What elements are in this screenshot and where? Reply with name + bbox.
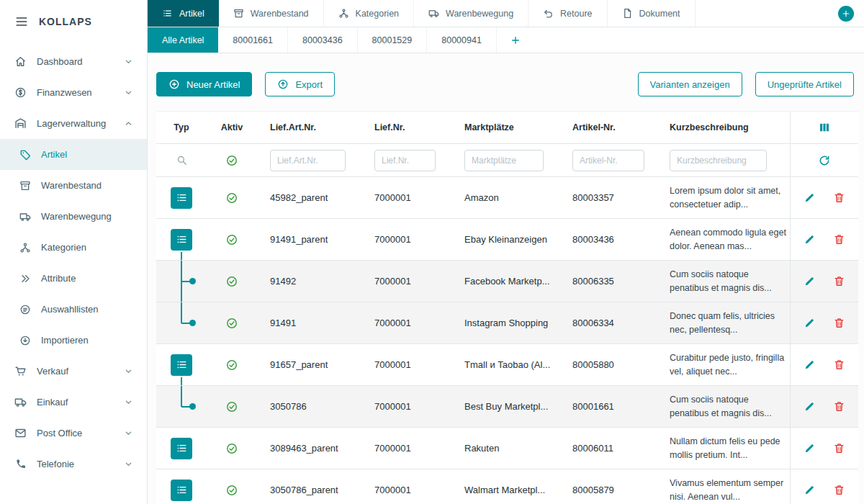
lief-art-nr-cell: 45982_parent <box>257 192 361 203</box>
delete-article-button[interactable] <box>833 275 845 287</box>
tab-dokument[interactable]: Dokument <box>608 0 696 27</box>
delete-article-button[interactable] <box>833 359 845 371</box>
type-cell <box>156 469 207 504</box>
plus-circle-icon <box>168 78 180 90</box>
edit-article-button[interactable] <box>804 233 816 246</box>
chevron-down-icon <box>123 397 134 408</box>
delete-article-button[interactable] <box>833 442 845 454</box>
table-head: TypAktivLief.Art.Nr.Lief.Nr.MarktplätzeA… <box>156 111 858 144</box>
sidebar-subitem-warenbestand[interactable]: Warenbestand <box>0 170 147 201</box>
chevron-down-icon <box>123 428 134 438</box>
actions-cell <box>790 177 858 218</box>
article-tab-80001661[interactable]: 80001661 <box>218 27 288 53</box>
article-tab-80000941[interactable]: 80000941 <box>427 27 497 53</box>
filter-lief-nr-cell <box>361 150 451 171</box>
article-type-button[interactable] <box>171 229 192 251</box>
filter-lief-art-nr-input[interactable] <box>270 150 346 171</box>
add-article-tab-button[interactable] <box>497 27 534 53</box>
article-type-button[interactable] <box>171 438 192 459</box>
menu-icon[interactable] <box>14 14 29 29</box>
refresh-icon[interactable] <box>818 154 831 167</box>
sidebar-item-lagerverwaltung[interactable]: Lagerverwaltung <box>0 108 147 139</box>
tab-warenbestand[interactable]: Warenbestand <box>219 0 324 27</box>
export-icon <box>277 78 289 90</box>
column-header-lief-nr: Lief.Nr. <box>361 122 451 132</box>
edit-article-button[interactable] <box>804 484 816 496</box>
delete-article-button[interactable] <box>833 484 845 496</box>
lief-art-nr-cell: 3050786 <box>257 401 361 412</box>
sidebar-subitem-warenbewegung[interactable]: Warenbewegung <box>0 201 147 232</box>
active-cell <box>207 386 257 427</box>
filter-marktplaetze-input[interactable] <box>464 150 544 171</box>
article-row: 91491_parent7000001Ebay Kleinanzeigen800… <box>156 219 858 261</box>
article-row: 45982_parent7000001Amazon80003357Lorem i… <box>156 177 858 219</box>
article-tab-alle-artikel[interactable]: Alle Artikel <box>148 27 218 53</box>
tab-artikel[interactable]: Artikel <box>148 0 219 27</box>
article-type-button[interactable] <box>171 480 192 501</box>
columns-icon[interactable] <box>818 121 831 134</box>
categories-icon <box>19 242 31 253</box>
article-tab-80001529[interactable]: 80001529 <box>358 27 428 53</box>
export-button[interactable]: Export <box>265 72 335 96</box>
unchecked-articles-button[interactable]: Ungeprüfte Artikel <box>755 72 854 96</box>
archive-icon <box>19 180 31 192</box>
article-type-button[interactable] <box>171 354 192 376</box>
sidebar-subitem-kategorien[interactable]: Kategorien <box>0 232 147 263</box>
sidebar-item-label: Lagerverwaltung <box>37 118 113 129</box>
article-tab-80003436[interactable]: 80003436 <box>288 27 358 53</box>
sidebar-subitem-auswahllisten[interactable]: Auswahllisten <box>0 294 147 325</box>
edit-article-button[interactable] <box>804 192 816 204</box>
filter-artikel-nr-input[interactable] <box>572 150 644 171</box>
active-status-icon <box>225 359 238 372</box>
chevron-up-icon <box>123 118 134 129</box>
edit-article-button[interactable] <box>804 317 816 329</box>
marktplaetze-cell: Amazon <box>451 192 559 203</box>
kurzbeschreibung-cell: Cum sociis natoque penatibus et magnis d… <box>657 268 790 294</box>
lief-nr-cell: 7000001 <box>361 401 451 412</box>
kurzbeschreibung-text: Curabitur pede justo, fringilla vel, ali… <box>670 351 790 377</box>
artikel-nr-cell: 80006011 <box>559 443 657 454</box>
attributes-icon <box>19 273 31 284</box>
tree-connector <box>181 377 182 386</box>
sidebar-item-einkauf[interactable]: Einkauf <box>0 387 147 418</box>
active-cell <box>207 177 257 218</box>
active-status-icon <box>225 400 238 413</box>
sidebar-item-post-office[interactable]: Post Office <box>0 418 147 449</box>
edit-article-button[interactable] <box>804 359 816 371</box>
marktplaetze-cell: Rakuten <box>451 443 559 454</box>
subtab-label: 80000941 <box>441 35 482 45</box>
filter-kurzbeschreibung-input[interactable] <box>670 150 767 171</box>
artikel-nr-cell: 80001661 <box>559 401 657 412</box>
tab-retoure[interactable]: Retoure <box>528 0 607 27</box>
edit-article-button[interactable] <box>804 275 816 287</box>
actions-cell <box>790 302 858 343</box>
sidebar-subitem-label: Warenbewegung <box>41 211 134 222</box>
shipping-icon <box>14 396 27 408</box>
filter-lief-nr-input[interactable] <box>374 150 436 171</box>
sidebar-subitem-importieren[interactable]: Importieren <box>0 325 147 356</box>
chevron-down-icon <box>123 366 134 377</box>
sidebar-subitem-artikel[interactable]: Artikel <box>0 139 147 170</box>
new-article-button[interactable]: Neuer Artikel <box>156 72 252 96</box>
delete-article-button[interactable] <box>833 192 845 204</box>
marktplaetze-cell: Tmall и Taobao (Al... <box>451 359 559 370</box>
sidebar-item-dashboard[interactable]: Dashboard <box>0 46 147 77</box>
delete-article-button[interactable] <box>833 233 845 246</box>
filter-marktplaetze-cell <box>451 150 559 171</box>
tab-kategorien[interactable]: Kategorien <box>324 0 414 27</box>
delete-article-button[interactable] <box>833 317 845 329</box>
sidebar-item-telefonie[interactable]: Telefonie <box>0 449 147 480</box>
article-type-button[interactable] <box>171 187 192 209</box>
tab-warenbewegung[interactable]: Warenbewegung <box>414 0 528 27</box>
add-tab-button[interactable] <box>838 6 854 22</box>
show-variants-button[interactable]: Varianten anzeigen <box>638 72 742 96</box>
sidebar-item-finanzwesen[interactable]: Finanzwesen <box>0 77 147 108</box>
active-status-icon <box>225 233 238 246</box>
marktplaetze-cell: Walmart Marketpl... <box>451 485 559 495</box>
delete-article-button[interactable] <box>833 400 845 413</box>
sidebar-item-verkauf[interactable]: Verkauf <box>0 356 147 387</box>
active-filter-icon[interactable] <box>225 154 238 167</box>
edit-article-button[interactable] <box>804 442 816 454</box>
sidebar-subitem-attribute[interactable]: Attribute <box>0 263 147 294</box>
edit-article-button[interactable] <box>804 400 816 413</box>
